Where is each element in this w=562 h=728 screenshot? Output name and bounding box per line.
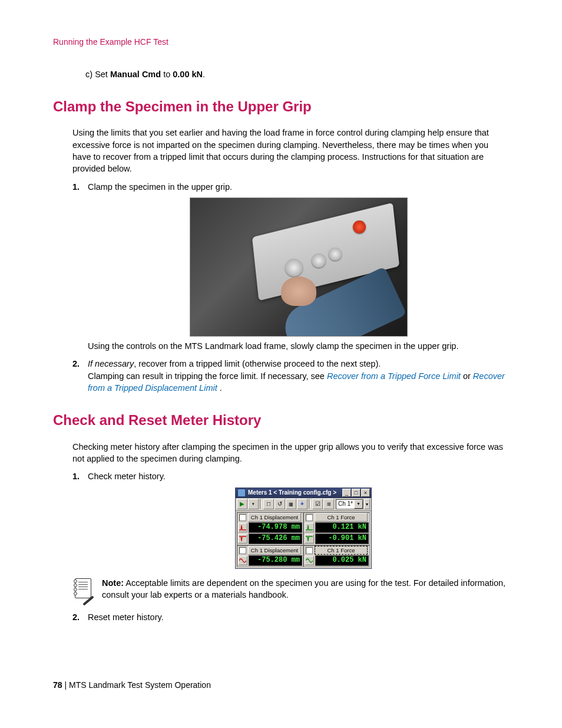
footer-sep: | — [62, 680, 69, 690]
substep-after: . — [203, 70, 205, 79]
extra-button[interactable]: ▾ — [364, 499, 370, 509]
substep-mid: to — [161, 70, 173, 79]
maximize-button[interactable]: □ — [352, 489, 361, 497]
step2-lead-rest: , recover from a tripped limit (otherwis… — [134, 359, 381, 368]
substep-bold2: 0.00 kN — [173, 70, 203, 79]
peak-up-icon[interactable] — [238, 523, 247, 532]
meters-toolbar: ▶ ▾ □ ↺ ▦ + ☑ ⊞ Ch 1* ▼ ▾ — [236, 498, 371, 511]
running-header: Running the Example HCF Test — [53, 37, 509, 48]
app-icon — [237, 489, 246, 497]
step-number: 2. — [72, 358, 80, 370]
meter-label-btn[interactable]: Ch 1 Displacement — [248, 513, 301, 522]
checkbox[interactable] — [239, 547, 246, 554]
window-title: Meters 1 < Training config.cfg > — [248, 489, 342, 497]
peak-down-icon[interactable] — [305, 534, 314, 543]
s1-step2: 2. If necessary, recover from a tripped … — [72, 358, 509, 394]
estop-icon — [353, 220, 366, 233]
meters-window: Meters 1 < Training config.cfg > _ □ × ▶… — [235, 487, 372, 569]
sine-icon[interactable] — [238, 556, 247, 565]
step-text: Reset meter history. — [88, 612, 164, 622]
note-text: Acceptable limits are dependent on the s… — [102, 578, 505, 599]
lcd-value: -75.280 mm — [249, 555, 302, 566]
s2-step1: 1. Check meter history. Meters 1 < Train… — [72, 470, 509, 568]
page-footer: 78 | MTS Landmark Test System Operation — [53, 680, 211, 691]
step-text: Clamp the specimen in the upper grip. — [88, 182, 232, 192]
step2-lead-italic: If necessary — [88, 359, 134, 368]
note-block: Note: Acceptable limits are dependent on… — [72, 577, 509, 601]
stop-button[interactable]: □ — [263, 499, 274, 509]
chevron-down-icon[interactable]: ▼ — [354, 500, 363, 509]
step2-line2a: Clamping can result in tripping the forc… — [88, 371, 327, 381]
lcd-value: -75.426 mm — [249, 533, 302, 544]
lcd-value: -0.901 kN — [315, 533, 369, 544]
sine-icon[interactable] — [305, 556, 314, 565]
figure-load-frame-photo — [190, 197, 408, 337]
add-button[interactable]: + — [297, 499, 308, 509]
lcd-value: -74.978 mm — [249, 522, 302, 533]
lcd-value: 0.121 kN — [315, 522, 369, 533]
close-button[interactable]: × — [361, 489, 370, 497]
peak-down-icon[interactable] — [238, 534, 247, 543]
reset-button[interactable]: ↺ — [275, 499, 285, 509]
substep-text-before: Set — [95, 70, 110, 79]
step-number: 2. — [72, 611, 80, 623]
heading-clamp-specimen: Clamp the Specimen in the Upper Grip — [53, 97, 509, 117]
substep-c: c) Set Manual Cmd to 0.00 kN. — [85, 68, 509, 80]
meter-bot-right: Ch 1 Force 0.025 kN — [303, 545, 370, 567]
step2-line2b: or — [461, 371, 473, 381]
step-number: 1. — [72, 181, 80, 193]
figure-caption: Using the controls on the MTS Landmark l… — [88, 340, 509, 352]
step-text: Check meter history. — [88, 472, 166, 481]
meter-top-left: Ch 1 Displacement -74.978 mm -75.426 mm — [237, 512, 303, 545]
checkbox[interactable] — [306, 514, 313, 521]
substep-letter: c) — [85, 70, 92, 79]
window-titlebar[interactable]: Meters 1 < Training config.cfg > _ □ × — [236, 488, 371, 498]
heading-check-reset-meter: Check and Reset Meter History — [53, 410, 509, 430]
link-recover-force-limit[interactable]: Recover from a Tripped Force Limit — [327, 371, 461, 381]
check-button[interactable]: ☑ — [312, 499, 323, 509]
step2-line2c: . — [217, 383, 222, 393]
peak-up-icon[interactable] — [305, 523, 314, 532]
meter-top-right: Ch 1 Force 0.121 kN -0.901 kN — [303, 512, 370, 545]
dropdown-button[interactable]: ▾ — [248, 499, 259, 509]
channel-combo[interactable]: Ch 1* ▼ — [336, 499, 363, 509]
combo-value: Ch 1* — [338, 500, 353, 508]
grid-button[interactable]: ▦ — [286, 499, 296, 509]
checkbox[interactable] — [306, 547, 313, 554]
lcd-value: 0.025 kN — [315, 555, 369, 566]
step-number: 1. — [72, 470, 80, 482]
step2-line2: Clamping can result in tripping the forc… — [88, 370, 509, 394]
minimize-button[interactable]: _ — [342, 489, 351, 497]
note-icon — [72, 577, 94, 601]
meter-label-btn-selected[interactable]: Ch 1 Force — [315, 546, 368, 555]
s1-step1: 1. Clamp the specimen in the upper grip.… — [72, 181, 509, 353]
note-label: Note: — [102, 578, 124, 588]
meter-label-btn[interactable]: Ch 1 Force — [315, 513, 368, 522]
meter-label-btn[interactable]: Ch 1 Displacement — [248, 546, 301, 555]
section1-intro: Using the limits that you set earlier an… — [72, 127, 509, 174]
section2-intro: Checking meter history after clamping th… — [72, 441, 509, 465]
footer-title: MTS Landmark Test System Operation — [69, 680, 211, 690]
config-button[interactable]: ⊞ — [323, 499, 334, 509]
page-number: 78 — [53, 680, 62, 690]
s2-step2: 2. Reset meter history. — [72, 611, 509, 623]
checkbox[interactable] — [239, 514, 246, 521]
meter-bot-left: Ch 1 Displacement -75.280 mm — [237, 545, 303, 567]
play-button[interactable]: ▶ — [237, 499, 247, 509]
note-text-wrap: Note: Acceptable limits are dependent on… — [102, 577, 509, 601]
substep-bold1: Manual Cmd — [110, 70, 161, 79]
